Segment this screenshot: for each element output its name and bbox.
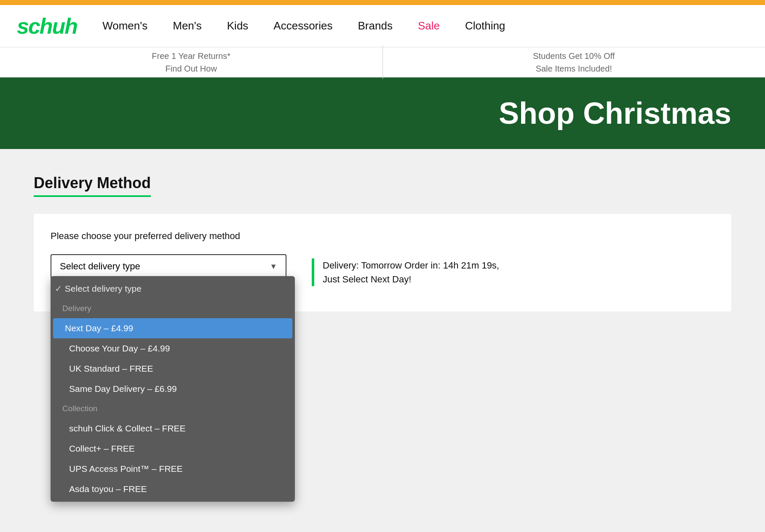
delivery-info-line1: Delivery: Tomorrow Order in: 14h 21m 19s… <box>323 258 499 272</box>
info-returns-line1: Free 1 Year Returns* <box>0 50 382 62</box>
nav-link-kids[interactable]: Kids <box>227 19 249 32</box>
nav-item-accessories[interactable]: Accessories <box>273 19 332 32</box>
info-bar: Free 1 Year Returns* Find Out How Studen… <box>0 47 765 77</box>
chevron-down-icon: ▼ <box>270 262 277 271</box>
nav-link-accessories[interactable]: Accessories <box>273 19 332 32</box>
nav-item-clothing[interactable]: Clothing <box>465 19 505 32</box>
top-orange-bar <box>0 0 765 5</box>
site-logo[interactable]: schuh <box>17 13 77 39</box>
dropdown-item-asda-toyou[interactable]: Asda toyou – FREE <box>51 479 295 499</box>
info-bar-left[interactable]: Free 1 Year Returns* Find Out How <box>0 45 383 79</box>
main-content: Delivery Method Please choose your prefe… <box>0 149 765 528</box>
dropdown-item-collect-plus[interactable]: Collect+ – FREE <box>51 439 295 459</box>
dropdown-item-choose-your-day[interactable]: Choose Your Day – £4.99 <box>51 338 295 359</box>
nav-link-brands[interactable]: Brands <box>358 19 393 32</box>
dropdown-item-uk-standard[interactable]: UK Standard – FREE <box>51 359 295 379</box>
nav-item-brands[interactable]: Brands <box>358 19 393 32</box>
dropdown-group-delivery: Delivery <box>51 299 295 318</box>
dropdown-menu[interactable]: Select delivery type Delivery Next Day –… <box>51 276 295 502</box>
nav-link-mens[interactable]: Men's <box>173 19 202 32</box>
delivery-dropdown-wrapper: Select delivery type ▼ Select delivery t… <box>51 254 286 279</box>
delivery-row: Select delivery type ▼ Select delivery t… <box>51 254 714 286</box>
nav-link-clothing[interactable]: Clothing <box>465 19 505 32</box>
delivery-info-panel: Delivery: Tomorrow Order in: 14h 21m 19s… <box>312 258 499 286</box>
delivery-method-section: Delivery Method Please choose your prefe… <box>34 174 731 311</box>
nav-item-kids[interactable]: Kids <box>227 19 249 32</box>
dropdown-item-select-delivery-type[interactable]: Select delivery type <box>51 279 295 299</box>
nav-link-womens[interactable]: Women's <box>102 19 147 32</box>
info-bar-right[interactable]: Students Get 10% Off Sale Items Included… <box>383 45 765 79</box>
delivery-prompt: Please choose your preferred delivery me… <box>51 231 714 242</box>
delivery-type-select[interactable]: Select delivery type ▼ <box>51 254 286 279</box>
nav-link-sale[interactable]: Sale <box>418 19 440 32</box>
dropdown-group-collection: Collection <box>51 399 295 418</box>
delivery-content-card: Please choose your preferred delivery me… <box>34 214 731 311</box>
info-returns-line2: Find Out How <box>0 62 382 75</box>
hero-title: Shop Christmas <box>499 96 731 130</box>
nav-links-list: Women's Men's Kids Accessories Brands Sa… <box>102 19 505 32</box>
nav-item-mens[interactable]: Men's <box>173 19 202 32</box>
dropdown-item-click-collect[interactable]: schuh Click & Collect – FREE <box>51 418 295 439</box>
main-nav: Women's Men's Kids Accessories Brands Sa… <box>102 19 505 32</box>
nav-item-sale[interactable]: Sale <box>418 19 440 32</box>
hero-banner: Shop Christmas <box>0 77 765 149</box>
dropdown-selected-label: Select delivery type <box>60 261 140 272</box>
site-header: schuh Women's Men's Kids Accessories Bra… <box>0 5 765 47</box>
info-students-line1: Students Get 10% Off <box>383 50 765 62</box>
dropdown-item-next-day[interactable]: Next Day – £4.99 <box>53 318 292 338</box>
dropdown-item-ups-access[interactable]: UPS Access Point™ – FREE <box>51 459 295 479</box>
delivery-info-line2: Just Select Next Day! <box>323 272 499 286</box>
section-title: Delivery Method <box>34 174 151 197</box>
info-students-line2: Sale Items Included! <box>383 62 765 75</box>
dropdown-item-same-day[interactable]: Same Day Delivery – £6.99 <box>51 379 295 399</box>
nav-item-womens[interactable]: Women's <box>102 19 147 32</box>
